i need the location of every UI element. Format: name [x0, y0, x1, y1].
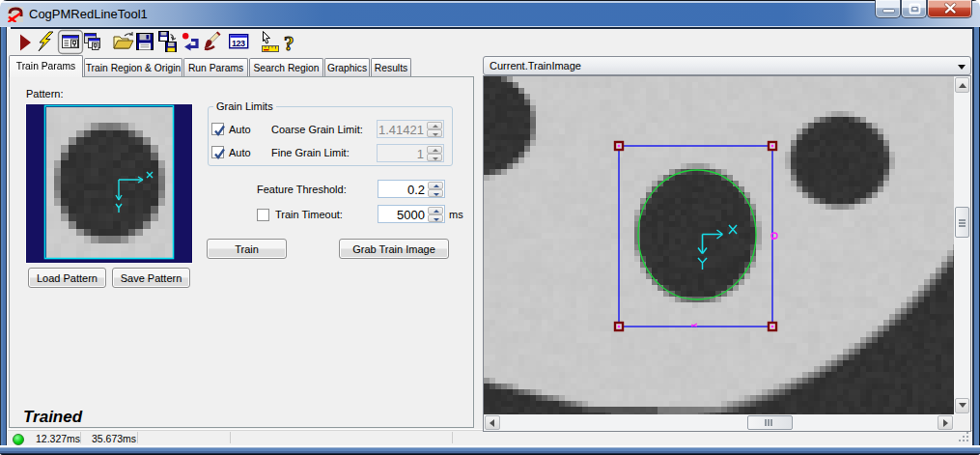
svg-text:123: 123 — [232, 39, 245, 48]
svg-text:?: ? — [284, 32, 294, 55]
